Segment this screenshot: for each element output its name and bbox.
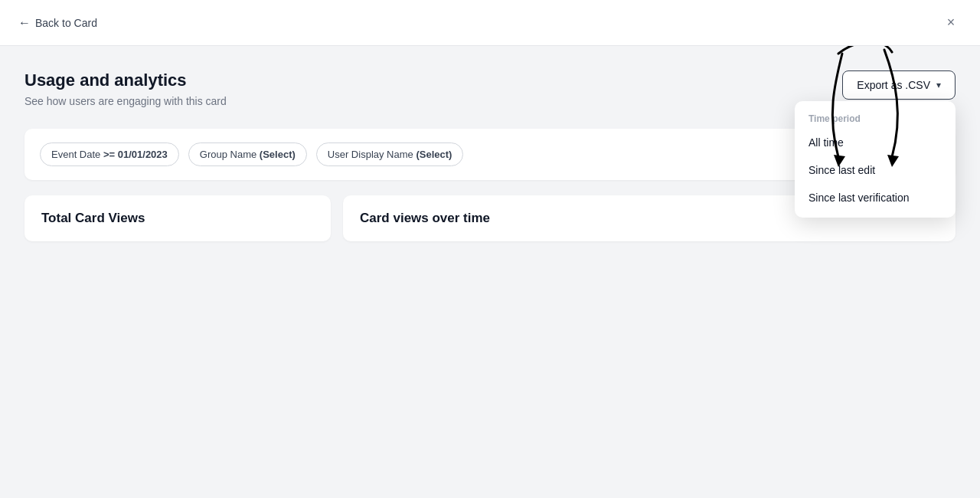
- close-button[interactable]: ×: [940, 12, 962, 34]
- filter-chip-group-name[interactable]: Group Name (Select): [188, 143, 307, 166]
- back-label: Back to Card: [35, 17, 97, 29]
- main-content: Usage and analytics See how users are en…: [0, 46, 980, 498]
- filter-event-date-value: >= 01/01/2023: [103, 149, 168, 160]
- dropdown-item-since-last-edit[interactable]: Since last edit: [795, 156, 956, 184]
- back-arrow-icon: ←: [18, 16, 31, 30]
- total-card-views-card: Total Card Views: [24, 195, 331, 241]
- page-title: Usage and analytics: [24, 70, 227, 90]
- top-bar: ← Back to Card ×: [0, 0, 980, 46]
- filter-group-name-value: (Select): [260, 149, 296, 160]
- chevron-down-icon: ▾: [936, 80, 941, 90]
- dropdown-item-all-time[interactable]: All time: [795, 129, 956, 156]
- close-icon: ×: [947, 15, 956, 31]
- filter-user-display-name-label: User Display Name: [328, 149, 416, 160]
- export-csv-button[interactable]: Export as .CSV ▾: [842, 70, 956, 100]
- page-subtitle: See how users are engaging with this car…: [24, 95, 227, 107]
- export-label: Export as .CSV: [857, 79, 930, 91]
- dropdown-section-label: Time period: [795, 107, 956, 129]
- filter-chip-event-date[interactable]: Event Date >= 01/01/2023: [40, 143, 179, 166]
- header-text: Usage and analytics See how users are en…: [24, 70, 227, 107]
- back-to-card-link[interactable]: ← Back to Card: [18, 16, 97, 30]
- filter-group-name-label: Group Name: [200, 149, 260, 160]
- total-card-views-title: Total Card Views: [41, 211, 314, 226]
- filter-chip-user-display-name[interactable]: User Display Name (Select): [316, 143, 464, 166]
- filter-event-date-label: Event Date: [51, 149, 103, 160]
- time-period-dropdown: Time period All time Since last edit Sin…: [795, 101, 956, 218]
- filter-user-display-name-value: (Select): [416, 149, 452, 160]
- dropdown-item-since-last-verification[interactable]: Since last verification: [795, 184, 956, 211]
